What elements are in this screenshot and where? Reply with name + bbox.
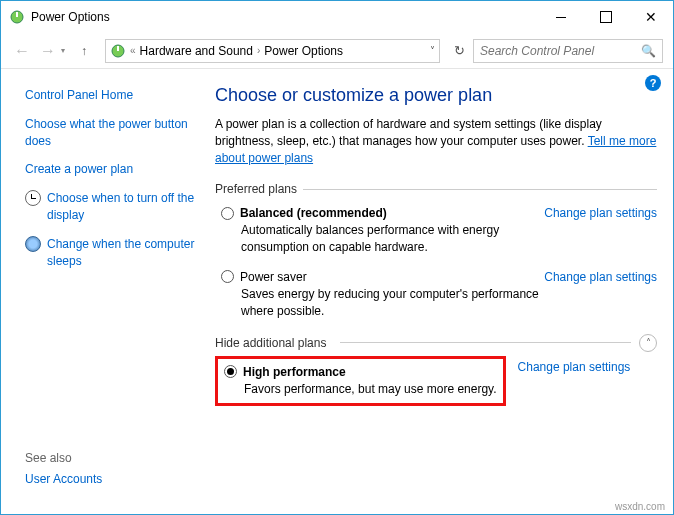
chevron-icon[interactable]: «: [130, 45, 136, 56]
change-plan-settings-link[interactable]: Change plan settings: [544, 270, 657, 284]
power-options-icon: [9, 9, 25, 25]
help-icon[interactable]: ?: [645, 75, 661, 91]
close-button[interactable]: ✕: [628, 3, 673, 31]
computer-sleeps-link[interactable]: Change when the computer sleeps: [47, 236, 197, 270]
high-performance-desc: Favors performance, but may use more ene…: [244, 381, 497, 398]
breadcrumb-item[interactable]: Power Options: [264, 44, 343, 58]
forward-button[interactable]: →: [37, 40, 59, 62]
search-icon[interactable]: 🔍: [641, 44, 656, 58]
change-plan-settings-link[interactable]: Change plan settings: [544, 206, 657, 220]
chevron-icon: ›: [257, 45, 260, 56]
page-title: Choose or customize a power plan: [215, 85, 657, 106]
address-dropdown[interactable]: ˅: [430, 45, 435, 56]
preferred-plans-label: Preferred plans: [215, 182, 657, 196]
search-input[interactable]: [480, 44, 641, 58]
power-options-icon: [110, 43, 126, 59]
clock-icon: [25, 190, 41, 206]
balanced-label[interactable]: Balanced (recommended): [240, 206, 387, 220]
power-saver-label[interactable]: Power saver: [240, 270, 307, 284]
intro-text: A power plan is a collection of hardware…: [215, 116, 657, 166]
power-button-link[interactable]: Choose what the power button does: [25, 116, 197, 150]
control-panel-home-link[interactable]: Control Panel Home: [25, 87, 133, 104]
main-content: Choose or customize a power plan A power…: [209, 69, 673, 514]
plan-balanced: Balanced (recommended) Change plan setti…: [221, 206, 657, 256]
history-dropdown[interactable]: ▾: [61, 46, 65, 55]
power-saver-desc: Saves energy by reducing your computer's…: [241, 286, 657, 320]
titlebar: Power Options ✕: [1, 1, 673, 33]
power-saver-radio[interactable]: [221, 270, 234, 283]
sleep-icon: [25, 236, 41, 252]
breadcrumb-item[interactable]: Hardware and Sound: [140, 44, 253, 58]
address-bar[interactable]: « Hardware and Sound › Power Options ˅: [105, 39, 440, 63]
svg-rect-3: [117, 46, 119, 51]
plan-power-saver: Power saver Change plan settings Saves e…: [221, 270, 657, 320]
hide-additional-plans-row: Hide additional plans ˄: [215, 334, 657, 352]
breadcrumb: « Hardware and Sound › Power Options: [130, 44, 343, 58]
highlighted-plan: High performance Favors performance, but…: [215, 356, 506, 407]
up-button[interactable]: ↑: [73, 40, 95, 62]
balanced-radio[interactable]: [221, 207, 234, 220]
create-plan-link[interactable]: Create a power plan: [25, 161, 133, 178]
watermark: wsxdn.com: [615, 501, 665, 512]
sidebar: Control Panel Home Choose what the power…: [1, 69, 209, 514]
window-controls: ✕: [538, 3, 673, 31]
maximize-button[interactable]: [583, 3, 628, 31]
user-accounts-link[interactable]: User Accounts: [25, 471, 102, 488]
back-button[interactable]: ←: [11, 40, 33, 62]
svg-rect-1: [16, 12, 18, 17]
minimize-button[interactable]: [538, 3, 583, 31]
high-performance-label[interactable]: High performance: [243, 365, 346, 379]
collapse-button[interactable]: ˄: [639, 334, 657, 352]
turn-off-display-link[interactable]: Choose when to turn off the display: [47, 190, 197, 224]
see-also-label: See also: [25, 451, 197, 465]
high-performance-radio[interactable]: [224, 365, 237, 378]
refresh-button[interactable]: ↻: [450, 43, 469, 58]
balanced-desc: Automatically balances performance with …: [241, 222, 657, 256]
nav-bar: ← → ▾ ↑ « Hardware and Sound › Power Opt…: [1, 33, 673, 69]
window-title: Power Options: [31, 10, 110, 24]
search-box[interactable]: 🔍: [473, 39, 663, 63]
hide-plans-label[interactable]: Hide additional plans: [215, 336, 332, 350]
change-plan-settings-link[interactable]: Change plan settings: [518, 360, 631, 374]
